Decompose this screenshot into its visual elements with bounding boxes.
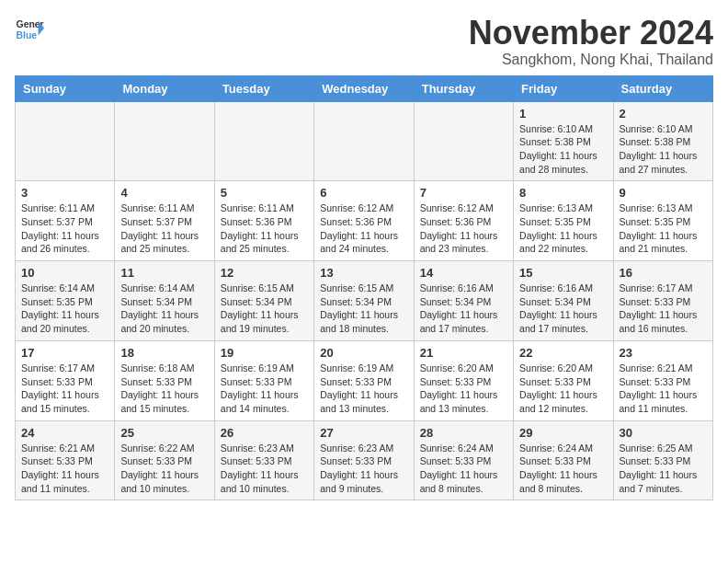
calendar-cell: 17Sunrise: 6:17 AM Sunset: 5:33 PM Dayli… (16, 340, 115, 420)
day-info: Sunrise: 6:21 AM Sunset: 5:33 PM Dayligh… (620, 362, 707, 416)
calendar-cell: 21Sunrise: 6:20 AM Sunset: 5:33 PM Dayli… (414, 340, 513, 420)
day-info: Sunrise: 6:20 AM Sunset: 5:33 PM Dayligh… (420, 362, 507, 416)
logo: General Blue (15, 15, 44, 44)
page-header: General Blue November 2024 Sangkhom, Non… (15, 15, 713, 68)
day-info: Sunrise: 6:17 AM Sunset: 5:33 PM Dayligh… (21, 362, 108, 416)
calendar-cell: 3Sunrise: 6:11 AM Sunset: 5:37 PM Daylig… (16, 181, 115, 261)
day-number: 25 (120, 426, 208, 440)
day-info: Sunrise: 6:16 AM Sunset: 5:34 PM Dayligh… (420, 282, 507, 336)
day-number: 26 (221, 426, 308, 440)
calendar-cell: 20Sunrise: 6:19 AM Sunset: 5:33 PM Dayli… (314, 340, 414, 420)
weekday-header-sunday: Sunday (16, 75, 115, 101)
weekday-header-monday: Monday (115, 75, 214, 101)
calendar-week-3: 10Sunrise: 6:14 AM Sunset: 5:35 PM Dayli… (16, 261, 713, 341)
svg-text:Blue: Blue (17, 30, 38, 40)
calendar-cell: 8Sunrise: 6:13 AM Sunset: 5:35 PM Daylig… (514, 181, 613, 261)
weekday-header-saturday: Saturday (613, 75, 712, 101)
day-info: Sunrise: 6:17 AM Sunset: 5:33 PM Dayligh… (620, 282, 707, 336)
calendar-cell: 27Sunrise: 6:23 AM Sunset: 5:33 PM Dayli… (314, 420, 414, 500)
day-info: Sunrise: 6:10 AM Sunset: 5:38 PM Dayligh… (620, 122, 707, 177)
day-info: Sunrise: 6:15 AM Sunset: 5:34 PM Dayligh… (320, 282, 407, 336)
day-number: 23 (620, 346, 707, 360)
calendar-cell: 24Sunrise: 6:21 AM Sunset: 5:33 PM Dayli… (16, 420, 115, 500)
calendar-cell: 7Sunrise: 6:12 AM Sunset: 5:36 PM Daylig… (414, 181, 513, 261)
month-title: November 2024 (469, 15, 713, 52)
calendar-cell (16, 101, 115, 181)
day-info: Sunrise: 6:11 AM Sunset: 5:37 PM Dayligh… (120, 201, 208, 256)
day-info: Sunrise: 6:21 AM Sunset: 5:33 PM Dayligh… (21, 442, 108, 496)
day-number: 18 (120, 346, 208, 360)
day-number: 28 (420, 426, 507, 440)
day-number: 22 (519, 346, 607, 360)
calendar-cell (414, 101, 513, 181)
day-info: Sunrise: 6:23 AM Sunset: 5:33 PM Dayligh… (221, 442, 308, 496)
day-info: Sunrise: 6:19 AM Sunset: 5:33 PM Dayligh… (221, 362, 308, 416)
calendar-cell: 25Sunrise: 6:22 AM Sunset: 5:33 PM Dayli… (115, 420, 214, 500)
calendar-cell (115, 101, 214, 181)
day-number: 1 (519, 107, 607, 121)
day-info: Sunrise: 6:12 AM Sunset: 5:36 PM Dayligh… (320, 201, 407, 256)
day-number: 14 (420, 266, 507, 280)
day-number: 10 (21, 266, 108, 280)
calendar-cell: 28Sunrise: 6:24 AM Sunset: 5:33 PM Dayli… (414, 420, 513, 500)
day-info: Sunrise: 6:25 AM Sunset: 5:33 PM Dayligh… (620, 442, 707, 496)
day-number: 24 (21, 426, 108, 440)
day-number: 21 (420, 346, 507, 360)
calendar-cell: 5Sunrise: 6:11 AM Sunset: 5:36 PM Daylig… (214, 181, 313, 261)
calendar-cell: 15Sunrise: 6:16 AM Sunset: 5:34 PM Dayli… (514, 261, 613, 341)
day-info: Sunrise: 6:15 AM Sunset: 5:34 PM Dayligh… (221, 282, 308, 336)
weekday-header-wednesday: Wednesday (314, 75, 414, 101)
day-number: 19 (221, 346, 308, 360)
calendar-cell: 22Sunrise: 6:20 AM Sunset: 5:33 PM Dayli… (514, 340, 613, 420)
calendar-cell: 13Sunrise: 6:15 AM Sunset: 5:34 PM Dayli… (314, 261, 414, 341)
day-info: Sunrise: 6:12 AM Sunset: 5:36 PM Dayligh… (420, 201, 507, 256)
calendar-cell: 6Sunrise: 6:12 AM Sunset: 5:36 PM Daylig… (314, 181, 414, 261)
day-number: 29 (519, 426, 607, 440)
day-number: 27 (320, 426, 407, 440)
day-number: 8 (519, 186, 607, 200)
day-info: Sunrise: 6:19 AM Sunset: 5:33 PM Dayligh… (320, 362, 407, 416)
calendar-week-2: 3Sunrise: 6:11 AM Sunset: 5:37 PM Daylig… (16, 181, 713, 261)
day-number: 3 (21, 186, 108, 200)
calendar-cell: 11Sunrise: 6:14 AM Sunset: 5:34 PM Dayli… (115, 261, 214, 341)
calendar-cell: 10Sunrise: 6:14 AM Sunset: 5:35 PM Dayli… (16, 261, 115, 341)
day-info: Sunrise: 6:14 AM Sunset: 5:34 PM Dayligh… (120, 282, 208, 336)
day-number: 17 (21, 346, 108, 360)
day-info: Sunrise: 6:24 AM Sunset: 5:33 PM Dayligh… (519, 442, 607, 496)
calendar-cell: 18Sunrise: 6:18 AM Sunset: 5:33 PM Dayli… (115, 340, 214, 420)
day-info: Sunrise: 6:18 AM Sunset: 5:33 PM Dayligh… (120, 362, 208, 416)
calendar-week-4: 17Sunrise: 6:17 AM Sunset: 5:33 PM Dayli… (16, 340, 713, 420)
day-info: Sunrise: 6:11 AM Sunset: 5:37 PM Dayligh… (21, 201, 108, 256)
calendar-week-1: 1Sunrise: 6:10 AM Sunset: 5:38 PM Daylig… (16, 101, 713, 181)
calendar-cell: 16Sunrise: 6:17 AM Sunset: 5:33 PM Dayli… (613, 261, 712, 341)
calendar-cell: 29Sunrise: 6:24 AM Sunset: 5:33 PM Dayli… (514, 420, 613, 500)
title-block: November 2024 Sangkhom, Nong Khai, Thail… (469, 15, 713, 68)
calendar-cell: 30Sunrise: 6:25 AM Sunset: 5:33 PM Dayli… (613, 420, 712, 500)
weekday-header-thursday: Thursday (414, 75, 513, 101)
day-number: 15 (519, 266, 607, 280)
day-info: Sunrise: 6:22 AM Sunset: 5:33 PM Dayligh… (120, 442, 208, 496)
calendar-week-5: 24Sunrise: 6:21 AM Sunset: 5:33 PM Dayli… (16, 420, 713, 500)
day-info: Sunrise: 6:13 AM Sunset: 5:35 PM Dayligh… (519, 201, 607, 256)
day-number: 6 (320, 186, 407, 200)
day-number: 2 (620, 107, 707, 121)
calendar-cell: 14Sunrise: 6:16 AM Sunset: 5:34 PM Dayli… (414, 261, 513, 341)
day-number: 7 (420, 186, 507, 200)
day-number: 4 (120, 186, 208, 200)
day-number: 9 (620, 186, 707, 200)
day-number: 16 (620, 266, 707, 280)
weekday-header-row: SundayMondayTuesdayWednesdayThursdayFrid… (16, 75, 713, 101)
day-info: Sunrise: 6:11 AM Sunset: 5:36 PM Dayligh… (221, 201, 308, 256)
calendar-cell (214, 101, 313, 181)
day-info: Sunrise: 6:14 AM Sunset: 5:35 PM Dayligh… (21, 282, 108, 336)
calendar-cell: 1Sunrise: 6:10 AM Sunset: 5:38 PM Daylig… (514, 101, 613, 181)
day-number: 13 (320, 266, 407, 280)
calendar-cell (314, 101, 414, 181)
calendar-cell: 12Sunrise: 6:15 AM Sunset: 5:34 PM Dayli… (214, 261, 313, 341)
calendar-cell: 4Sunrise: 6:11 AM Sunset: 5:37 PM Daylig… (115, 181, 214, 261)
day-info: Sunrise: 6:13 AM Sunset: 5:35 PM Dayligh… (620, 201, 707, 256)
calendar-cell: 9Sunrise: 6:13 AM Sunset: 5:35 PM Daylig… (613, 181, 712, 261)
day-number: 11 (120, 266, 208, 280)
calendar-cell: 2Sunrise: 6:10 AM Sunset: 5:38 PM Daylig… (613, 101, 712, 181)
day-info: Sunrise: 6:20 AM Sunset: 5:33 PM Dayligh… (519, 362, 607, 416)
